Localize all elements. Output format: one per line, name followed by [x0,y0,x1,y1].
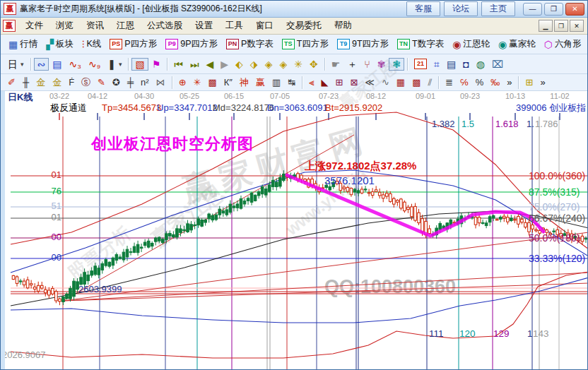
time-clock-button[interactable]: ✪ [109,76,124,88]
mdi-restore-button[interactable]: ❐ [554,20,568,32]
n2-tool-button[interactable]: n² [137,76,153,88]
flag-marker-button[interactable]: ⚑ [148,58,165,71]
prev-button[interactable]: ◀ [203,58,218,71]
diamond-right-button[interactable]: ⬗ [247,58,261,71]
spiral-tool-button[interactable]: ⓢ [78,76,94,88]
customer-service-button[interactable]: 客服 [406,1,440,16]
menu-item-文件[interactable]: 文件 [19,18,49,34]
mirror-tool-button[interactable]: ⋈ [153,76,169,88]
diamond-move-button[interactable]: ✥ [306,58,322,71]
span-measure-button[interactable]: ↹ [284,76,299,88]
quotes-button[interactable]: ▦行情 [4,36,42,52]
date-tick-label: 06-15 [220,92,248,101]
indicator-dn-value: Dn=3063.6091 [267,103,328,114]
menu-item-交易委托[interactable]: 交易委托 [280,18,328,34]
channel-indicator-button[interactable]: ∾ [34,58,49,71]
red-grid2-button[interactable]: ▩ [408,76,424,88]
overflow-chevron-1[interactable]: » [585,37,587,52]
export-pc-button[interactable]: ⌧ [488,58,507,71]
first-page-button[interactable]: ⏮ [170,58,187,71]
9t-square-button[interactable]: T99T四方形 [333,36,393,52]
gann-wheel-button-icon: ◉ [452,40,461,49]
toolbar-row-2: 日▾∾▤∿₃∿₉❚▾▧⚑⏮⏭◀▶⬖⬗◈◈✳✥☛＋⑂✾❃21⌗▤◘◍⌧ [1,54,587,74]
last-page-button[interactable]: ⏭ [187,58,203,71]
shen-tool-button[interactable]: 神 [236,76,252,88]
quotes-button-label: 行情 [20,38,37,50]
save-button[interactable]: ◘ [459,58,472,71]
menu-item-工具[interactable]: 工具 [219,18,249,34]
mdi-close-button[interactable]: ✕ [570,20,584,32]
menu-item-设置[interactable]: 设置 [189,18,219,34]
price-ruler-button[interactable]: ╪ [124,76,137,88]
forum-button[interactable]: 论坛 [444,1,478,16]
info-panel-button[interactable]: ▤ [49,58,65,71]
menu-item-江恩[interactable]: 江恩 [110,18,141,34]
close-button[interactable]: ✕ [565,3,584,16]
sector-button[interactable]: ▞板块 [42,36,78,52]
gann-text-button[interactable]: ▧ [131,58,148,71]
menu-item-帮助[interactable]: 帮助 [328,18,358,34]
red-grid-button[interactable]: ▦ [393,76,408,88]
wave3-button[interactable]: ∿₃ [66,58,85,71]
k2-label-button[interactable]: К″ [220,76,236,88]
percent-button[interactable]: % [472,76,488,88]
menu-item-窗口[interactable]: 窗口 [249,18,280,34]
diamond-compress-button[interactable]: ◈ [276,58,290,71]
export-web-button[interactable]: ◍ [473,58,488,71]
gann-box-button[interactable]: ⊞ [332,76,347,88]
n2-tool-button-icon: n² [141,78,149,87]
menu-item-公式选股[interactable]: 公式选股 [141,18,189,34]
gann-wheel-button[interactable]: ◉江恩轮 [448,36,494,52]
calculator-button[interactable]: ⌗ [430,58,443,71]
parallel-lines-button[interactable]: ⫽ [424,76,435,88]
t-digit-table-button[interactable]: TNT数字表 [393,36,448,52]
next-button[interactable]: ▶ [217,58,232,71]
memo-button[interactable]: ▤ [443,58,459,71]
calendar-button[interactable]: 21 [411,57,430,71]
p-square-button-icon: PS [110,39,122,49]
hand-tool-button[interactable]: ☛ [328,58,344,71]
menu-item-浏览[interactable]: 浏览 [49,18,80,34]
t-square-button[interactable]: TST四方形 [278,36,333,52]
target-circle-button[interactable]: ⊕ [175,76,190,88]
gold-ratio-button[interactable]: 金 [33,76,49,88]
rail-tool-button[interactable]: ▥ [269,76,284,88]
winner-wheel-button[interactable]: ◉赢家轮 [494,36,540,52]
fibo-ruler-button[interactable]: Ḟ [65,76,78,88]
gold-ratio2-button[interactable]: 金 [49,76,65,88]
knife-tool-button[interactable]: ✐ [4,76,19,88]
pen-measure-button[interactable]: ✎ [94,76,109,88]
hexagon-button[interactable]: ⬡六角形 [540,36,586,52]
percent-slash-button[interactable]: ℅ [457,76,472,88]
homepage-button[interactable]: 主页 [481,1,515,16]
mdi-minimize-button[interactable]: ▁ [539,20,553,32]
cycle-count-label: 129 [493,328,510,340]
percent-line-button[interactable]: ‰ [487,76,503,88]
minimize-button[interactable]: — [523,3,542,16]
9p-square-button[interactable]: P99P四方形 [161,36,222,52]
restore-button[interactable]: ❐ [544,3,563,16]
wave9-button[interactable]: ∿₉ [85,58,104,71]
fan-lines-button[interactable]: ⫷ [305,76,317,88]
ying-tool-button[interactable]: 赢 [252,76,269,88]
candle-style-dropdown[interactable]: ❚▾ [104,58,125,71]
cycle-ratio-label: 1.618 [495,119,519,130]
p-digit-table-button[interactable]: PNP数字表 [222,36,278,52]
yellow-grid-button[interactable]: ⊞ [522,76,536,88]
period-dropdown[interactable]: 日▾ [4,58,28,71]
diamond-expand-button[interactable]: ◈ [261,58,276,71]
gann-fan-button[interactable]: ◣ [318,76,332,88]
star-cycle-button[interactable]: ✳ [190,76,205,88]
kline-chart-area[interactable]: 赢家财富网赢家江恩股票分析www.yingjia赢家江恩QQ:100800360… [1,91,588,370]
time-ruler-button[interactable]: ╫ [19,76,33,88]
crosshair-button[interactable]: ＋ [343,58,360,71]
overflow-chevron-2[interactable]: » [503,76,515,88]
diamond-left-button[interactable]: ⬖ [232,58,247,71]
diamond-star-button[interactable]: ✳ [290,58,306,71]
kline-button[interactable]: ⫶K线 [78,36,105,52]
overflow-chevron-3[interactable]: » [536,76,548,88]
stat-list-button[interactable]: ≣ [442,76,457,88]
menu-item-资讯[interactable]: 资讯 [80,18,110,34]
grid-target-button[interactable]: ▩ [204,76,220,88]
p-square-button[interactable]: PSP四方形 [105,36,161,52]
